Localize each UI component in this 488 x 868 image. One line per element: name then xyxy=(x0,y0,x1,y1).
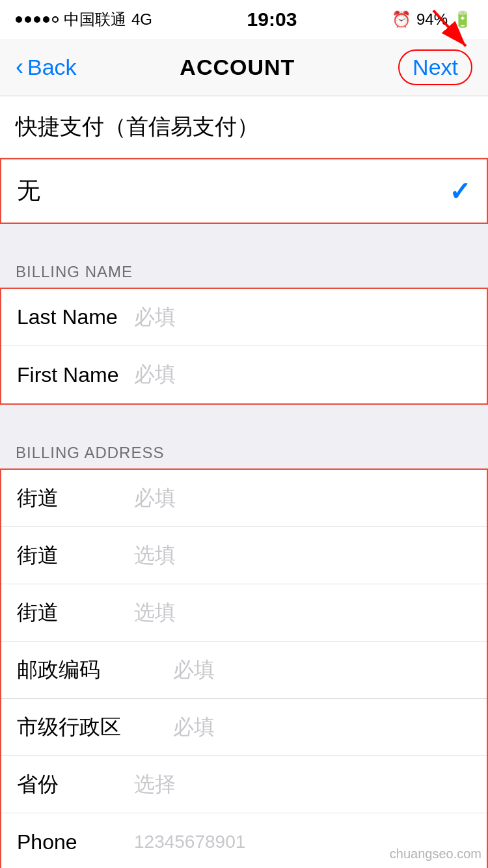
back-label: Back xyxy=(27,55,77,80)
billing-name-section-label: BILLING NAME xyxy=(0,250,488,288)
province-row[interactable]: 省份 选择 xyxy=(1,756,487,813)
time-label: 19:03 xyxy=(247,8,297,31)
first-name-row[interactable]: First Name 必填 xyxy=(1,346,487,403)
status-left: 中国联通 4G xyxy=(16,9,152,30)
first-name-label: First Name xyxy=(17,363,134,387)
last-name-label: Last Name xyxy=(17,305,134,329)
province-label: 省份 xyxy=(17,770,134,799)
back-button[interactable]: ‹ Back xyxy=(16,55,77,81)
street1-row[interactable]: 街道 必填 xyxy=(1,470,487,527)
watermark: chuangseo.com xyxy=(390,847,481,861)
street3-label: 街道 xyxy=(17,599,134,627)
city-row[interactable]: 市级行政区 必填 xyxy=(1,699,487,756)
back-chevron-icon: ‹ xyxy=(16,53,23,81)
street3-row[interactable]: 街道 选填 xyxy=(1,584,487,642)
checkmark-icon: ✓ xyxy=(449,176,471,206)
province-input[interactable]: 选择 xyxy=(134,770,471,799)
last-name-row[interactable]: Last Name 必填 xyxy=(1,289,487,346)
postal-code-input[interactable]: 必填 xyxy=(173,656,471,685)
payment-option-row[interactable]: 无 ✓ xyxy=(0,158,488,224)
signal-icon xyxy=(16,16,59,23)
billing-name-form: Last Name 必填 First Name 必填 xyxy=(0,288,488,405)
annotation-arrow xyxy=(427,4,479,56)
street1-label: 街道 xyxy=(17,484,134,513)
carrier-label: 中国联通 xyxy=(64,9,126,30)
postal-code-row[interactable]: 邮政编码 必填 xyxy=(1,642,487,699)
section-spacer-1 xyxy=(0,224,488,250)
svg-line-1 xyxy=(433,10,466,46)
billing-address-form: 街道 必填 街道 选填 街道 选填 邮政编码 必填 市级行政区 必填 省份 选择… xyxy=(0,468,488,868)
city-label: 市级行政区 xyxy=(17,713,173,742)
phone-label: Phone xyxy=(17,830,134,854)
payment-section-header: 快捷支付（首信易支付） xyxy=(0,96,488,158)
street2-input[interactable]: 选填 xyxy=(134,541,471,570)
status-bar: 中国联通 4G 19:03 ⏰ 94% 🔋 xyxy=(0,0,488,39)
alarm-icon: ⏰ xyxy=(392,10,411,29)
payment-option-value: 无 xyxy=(17,175,40,207)
city-input[interactable]: 必填 xyxy=(173,713,471,742)
last-name-input[interactable]: 必填 xyxy=(134,303,471,332)
section-spacer-2 xyxy=(0,405,488,431)
first-name-input[interactable]: 必填 xyxy=(134,360,471,389)
street2-label: 街道 xyxy=(17,541,134,570)
page-title: ACCOUNT xyxy=(180,55,295,80)
street2-row[interactable]: 街道 选填 xyxy=(1,527,487,584)
postal-code-label: 邮政编码 xyxy=(17,656,173,685)
next-button[interactable]: Next xyxy=(398,49,472,85)
street1-input[interactable]: 必填 xyxy=(134,484,471,513)
street3-input[interactable]: 选填 xyxy=(134,599,471,627)
nav-bar: ‹ Back ACCOUNT Next xyxy=(0,39,488,96)
network-label: 4G xyxy=(131,10,152,29)
billing-address-section-label: BILLING ADDRESS xyxy=(0,431,488,468)
payment-label: 快捷支付（首信易支付） xyxy=(16,114,259,139)
